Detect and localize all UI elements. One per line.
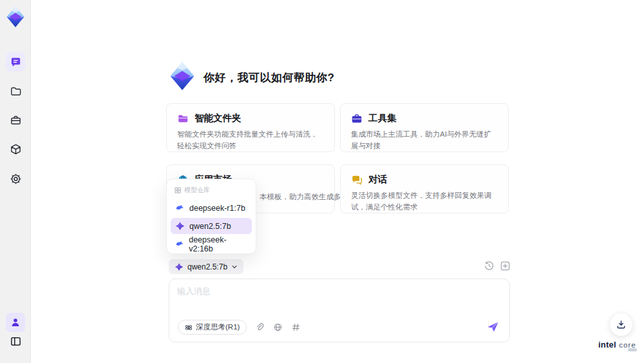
sidebar: [0, 0, 31, 363]
cube-icon: [10, 143, 22, 155]
sidebar-item-folders[interactable]: [6, 81, 25, 101]
qwen-star-icon: [175, 221, 185, 231]
card-title: 智能文件夹: [194, 112, 242, 124]
card-toolset[interactable]: 工具集 集成市场上主流工具，助力AI与外界无缝扩展与对接: [340, 103, 509, 152]
intel-core-sub-badge: [628, 348, 637, 351]
deep-think-toggle[interactable]: 深度思考(R1): [178, 320, 247, 335]
smart-folder-icon: [177, 113, 189, 124]
app-logo-icon: [5, 6, 26, 28]
sidebar-item-models[interactable]: [6, 139, 25, 159]
history-icon: [484, 260, 495, 271]
qwen-star-icon: [175, 262, 184, 271]
user-icon: [10, 317, 21, 328]
model-dropdown-header: 模型仓库: [171, 183, 252, 198]
model-option-label: deepseek-r1:7b: [189, 204, 245, 213]
model-option-qwen[interactable]: qwen2.5:7b: [171, 218, 252, 234]
sidebar-item-profile[interactable]: [6, 313, 25, 332]
intel-wordmark: intel: [598, 340, 616, 349]
panel-toggle-icon: [10, 335, 22, 348]
send-button[interactable]: [486, 320, 500, 333]
plus-square-icon: [500, 260, 511, 271]
chevron-down-icon: [231, 264, 238, 270]
greeting-logo-icon: [167, 61, 197, 91]
app-window: 你好，我可以如何帮助你? 智能文件夹 智能文件夹功能支持批量文件上传与清洗，轻松…: [0, 0, 644, 363]
download-icon: [616, 319, 627, 330]
toolset-icon: [351, 113, 363, 124]
new-chat-button[interactable]: [500, 260, 511, 271]
chat-icon: [10, 56, 22, 68]
model-dropdown: 模型仓库 deepseek-r1:7b qwen2.5:7b deepseek-…: [166, 179, 256, 254]
card-dialogue[interactable]: 对话 灵活切换多模型文件，支持多样回复效果调试，满足个性化需求: [340, 164, 509, 213]
globe-icon[interactable]: [273, 322, 283, 332]
model-selector-button[interactable]: qwen2.5:7b: [169, 259, 243, 274]
card-title: 对话: [368, 173, 387, 186]
model-selector-value: qwen2.5:7b: [187, 262, 227, 271]
message-input[interactable]: [177, 286, 480, 317]
sidebar-item-toolset[interactable]: [6, 110, 25, 130]
dialogue-icon: [351, 174, 363, 186]
sidebar-item-settings[interactable]: [6, 169, 25, 188]
card-description: 集成市场上主流工具，助力AI与外界无缝扩展与对接: [351, 128, 498, 152]
sidebar-item-panel-toggle[interactable]: [6, 331, 25, 351]
gear-icon: [10, 173, 22, 185]
download-fab[interactable]: [610, 313, 632, 336]
card-description: 灵活切换多模型文件，支持多样回复效果调试，满足个性化需求: [351, 190, 498, 213]
history-button[interactable]: [484, 260, 495, 271]
card-description: 智能文件夹功能支持批量文件上传与清洗，轻松实现文件问答: [177, 128, 324, 152]
card-title: 工具集: [368, 112, 397, 124]
composer-toolbar: 深度思考(R1): [178, 320, 301, 335]
deepseek-whale-icon: [175, 203, 185, 213]
model-option-deepseek-v2[interactable]: deepseek-v2:16b: [171, 236, 252, 252]
model-option-label: qwen2.5:7b: [189, 222, 231, 231]
deep-think-label: 深度思考(R1): [196, 322, 240, 332]
model-option-deepseek-r1[interactable]: deepseek-r1:7b: [171, 200, 252, 216]
sidebar-item-chat[interactable]: [6, 52, 25, 72]
hash-icon[interactable]: [291, 322, 301, 332]
model-dropdown-header-label: 模型仓库: [184, 186, 210, 195]
composer: 深度思考(R1): [169, 279, 510, 342]
folder-icon: [10, 85, 22, 97]
greeting-title: 你好，我可以如何帮助你?: [204, 70, 334, 85]
deepseek-whale-icon: [175, 239, 184, 249]
send-icon: [486, 320, 500, 333]
deepthink-atom-icon: [185, 324, 193, 331]
model-option-label: deepseek-v2:16b: [189, 235, 247, 253]
card-description-visible-fragment: 本模板，助力高效生成多: [260, 191, 341, 202]
repo-icon: [175, 187, 181, 193]
attachment-icon[interactable]: [255, 322, 265, 332]
briefcase-icon: [10, 114, 22, 126]
card-smart-folder[interactable]: 智能文件夹 智能文件夹功能支持批量文件上传与清洗，轻松实现文件问答: [166, 103, 335, 152]
